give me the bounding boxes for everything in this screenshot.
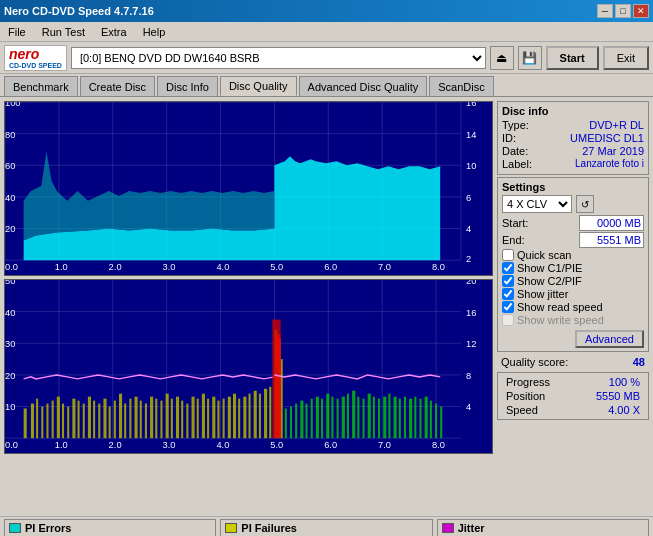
show-c1-pie-checkbox[interactable] bbox=[502, 262, 514, 274]
svg-rect-133 bbox=[326, 394, 329, 438]
svg-rect-78 bbox=[57, 397, 60, 439]
svg-rect-83 bbox=[83, 404, 85, 439]
svg-rect-75 bbox=[41, 407, 43, 439]
svg-rect-73 bbox=[31, 404, 34, 439]
pi-failures-color bbox=[225, 523, 237, 533]
show-jitter-row: Show jitter bbox=[502, 288, 644, 300]
quality-score-row: Quality score: 48 bbox=[497, 354, 649, 370]
menu-help[interactable]: Help bbox=[139, 25, 170, 39]
logo-text: nero bbox=[9, 46, 62, 62]
svg-text:0.0: 0.0 bbox=[5, 440, 18, 450]
svg-rect-125 bbox=[285, 409, 287, 439]
svg-text:4.0: 4.0 bbox=[216, 440, 229, 450]
exit-button[interactable]: Exit bbox=[603, 46, 649, 70]
tab-advanced-disc-quality[interactable]: Advanced Disc Quality bbox=[299, 76, 428, 96]
svg-rect-88 bbox=[109, 407, 111, 439]
settings-title: Settings bbox=[502, 181, 644, 193]
pi-errors-color bbox=[9, 523, 21, 533]
eject-icon[interactable]: ⏏ bbox=[490, 46, 514, 70]
logo-sub: CD-DVD SPEED bbox=[9, 62, 62, 69]
pi-failures-title: PI Failures bbox=[225, 522, 427, 534]
advanced-button[interactable]: Advanced bbox=[575, 330, 644, 348]
svg-text:4: 4 bbox=[466, 225, 471, 235]
speed-select[interactable]: 4 X CLV 2 X CLV 8 X CLV Max bbox=[502, 195, 572, 213]
svg-rect-141 bbox=[368, 394, 371, 438]
svg-text:2.0: 2.0 bbox=[109, 440, 122, 450]
close-button[interactable]: ✕ bbox=[633, 4, 649, 18]
disc-label-row: Label: Lanzarote foto i bbox=[502, 158, 644, 170]
svg-rect-126 bbox=[290, 407, 292, 439]
svg-text:40: 40 bbox=[5, 308, 15, 318]
progress-value: 100 % bbox=[609, 376, 640, 388]
svg-text:20: 20 bbox=[5, 225, 15, 235]
show-write-speed-checkbox[interactable] bbox=[502, 314, 514, 326]
progress-section: Progress 100 % Position 5550 MB Speed 4.… bbox=[497, 372, 649, 420]
svg-rect-140 bbox=[362, 399, 364, 439]
svg-rect-112 bbox=[233, 394, 236, 438]
speed-row-progress: Speed 4.00 X bbox=[502, 403, 644, 417]
pi-failures-block: PI Failures Average: 0.45 Maximum: 33 To… bbox=[220, 519, 432, 536]
svg-rect-96 bbox=[150, 397, 153, 439]
tab-disc-quality[interactable]: Disc Quality bbox=[220, 76, 297, 96]
menu-extra[interactable]: Extra bbox=[97, 25, 131, 39]
svg-rect-136 bbox=[342, 397, 345, 439]
quick-scan-checkbox[interactable] bbox=[502, 249, 514, 261]
end-mb-input[interactable]: 5551 MB bbox=[579, 232, 644, 248]
svg-rect-128 bbox=[300, 401, 303, 439]
minimize-button[interactable]: ─ bbox=[597, 4, 613, 18]
svg-rect-102 bbox=[181, 401, 183, 439]
svg-rect-109 bbox=[217, 401, 219, 439]
svg-rect-129 bbox=[305, 404, 307, 439]
svg-text:7.0: 7.0 bbox=[378, 440, 391, 450]
start-mb-input[interactable]: 0000 MB bbox=[579, 215, 644, 231]
svg-rect-131 bbox=[316, 397, 319, 439]
svg-text:10: 10 bbox=[466, 161, 476, 171]
menu-file[interactable]: File bbox=[4, 25, 30, 39]
svg-rect-81 bbox=[72, 399, 75, 439]
svg-rect-97 bbox=[155, 399, 157, 439]
disc-label-value: Lanzarote foto i bbox=[575, 158, 644, 170]
tab-benchmark[interactable]: Benchmark bbox=[4, 76, 78, 96]
svg-rect-104 bbox=[192, 397, 195, 439]
svg-rect-138 bbox=[352, 391, 355, 438]
svg-text:3.0: 3.0 bbox=[162, 262, 175, 272]
maximize-button[interactable]: □ bbox=[615, 4, 631, 18]
show-jitter-checkbox[interactable] bbox=[502, 288, 514, 300]
type-label: Type: bbox=[502, 119, 529, 131]
position-value: 5550 MB bbox=[596, 390, 640, 402]
svg-rect-105 bbox=[197, 399, 199, 439]
svg-rect-119 bbox=[269, 387, 271, 438]
svg-rect-85 bbox=[93, 401, 95, 439]
show-read-speed-checkbox[interactable] bbox=[502, 301, 514, 313]
tab-create-disc[interactable]: Create Disc bbox=[80, 76, 155, 96]
svg-text:1.0: 1.0 bbox=[55, 440, 68, 450]
type-row: Type: DVD+R DL bbox=[502, 119, 644, 131]
refresh-icon[interactable]: ↺ bbox=[576, 195, 594, 213]
save-icon[interactable]: 💾 bbox=[518, 46, 542, 70]
svg-rect-86 bbox=[98, 404, 100, 439]
svg-rect-98 bbox=[160, 401, 162, 439]
tab-disc-info[interactable]: Disc Info bbox=[157, 76, 218, 96]
svg-text:14: 14 bbox=[466, 130, 476, 140]
svg-text:16: 16 bbox=[466, 102, 476, 108]
tab-scan-disc[interactable]: ScanDisc bbox=[429, 76, 493, 96]
drive-selector[interactable]: [0:0] BENQ DVD DD DW1640 BSRB bbox=[71, 47, 486, 69]
bottom-chart-svg: 50 40 30 20 10 20 16 12 8 4 0.0 1.0 2.0 … bbox=[5, 280, 492, 453]
quality-score-label: Quality score: bbox=[501, 356, 568, 368]
svg-text:100: 100 bbox=[5, 102, 21, 108]
menu-run-test[interactable]: Run Test bbox=[38, 25, 89, 39]
svg-rect-93 bbox=[135, 397, 138, 439]
svg-rect-106 bbox=[202, 394, 205, 438]
svg-rect-127 bbox=[295, 404, 297, 439]
show-c1-pie-label: Show C1/PIE bbox=[517, 262, 582, 274]
svg-text:7.0: 7.0 bbox=[378, 262, 391, 272]
jitter-title: Jitter bbox=[442, 522, 644, 534]
date-value: 27 Mar 2019 bbox=[582, 145, 644, 157]
svg-text:2: 2 bbox=[466, 254, 471, 264]
show-c2-pif-checkbox[interactable] bbox=[502, 275, 514, 287]
svg-rect-101 bbox=[176, 397, 179, 439]
start-button[interactable]: Start bbox=[546, 46, 599, 70]
svg-rect-79 bbox=[62, 404, 64, 439]
bottom-chart: 50 40 30 20 10 20 16 12 8 4 0.0 1.0 2.0 … bbox=[4, 279, 493, 454]
svg-rect-149 bbox=[409, 399, 412, 439]
